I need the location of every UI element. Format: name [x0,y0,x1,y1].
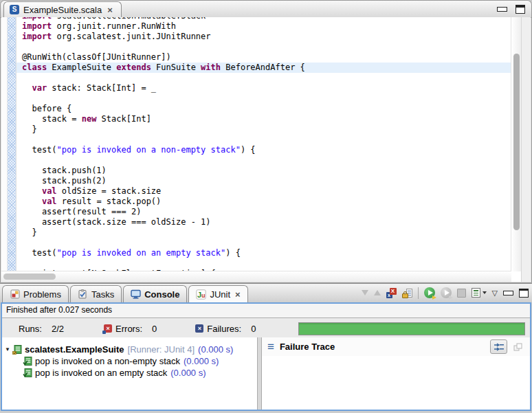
filter-stack-trace-button[interactable] [490,339,507,354]
code-token [22,186,42,196]
code-line[interactable]: test("pop is invoked on an empty stack")… [16,248,511,258]
view-menu-button[interactable]: ▽ [492,289,498,297]
code-line[interactable]: import org.junit.runner.RunWith [16,21,511,32]
code-token: BeforeAndAfter { [221,63,305,72]
horizontal-scrollbar[interactable] [1,271,511,282]
editor-minimize-button[interactable] [497,7,507,12]
failure-trace-pane: ≡ Failure Trace [262,337,530,410]
junit-icon: Ju [196,289,206,300]
code-line[interactable] [16,93,511,104]
code-line[interactable] [16,258,511,269]
view-tab-problems[interactable]: Problems [2,285,69,302]
view-tab-junit[interactable]: JuJUnit× [188,285,247,302]
test-run-history-button[interactable] [472,288,487,298]
editor-body: import scala.collection.mutable.Stackimp… [1,17,531,282]
code-line[interactable]: assert(result === 2) [16,207,511,217]
panel-minimize-button[interactable] [503,291,513,295]
previous-failed-test-icon[interactable] [374,290,381,295]
code-line[interactable]: stack.push(2) [16,176,511,186]
code-line[interactable]: assert(stack.size === oldSize - 1) [16,217,511,227]
code-line[interactable] [16,135,511,145]
code-token: FunSuite [151,63,201,72]
failures-icon: × [195,324,203,333]
keyword-token: class [22,63,47,72]
next-failed-test-icon[interactable] [362,290,368,295]
code-token: org.scalatest.junit.JUnitRunner [52,32,210,41]
eclipse-window: { "editor": { "tab_title": "ExampleSuite… [0,0,532,413]
failure-trace-title: Failure Trace [280,342,335,352]
rerun-test-button[interactable] [424,287,435,298]
scroll-lock-toggle[interactable] [402,288,412,298]
code-token: } [22,124,37,134]
code-token: assert(result === 2) [22,207,141,216]
tree-row-test[interactable]: pop is invoked on a non-empty stack(0.00… [2,355,257,367]
horizontal-scrollbar-thumb[interactable] [3,274,56,280]
code-line[interactable] [16,42,511,52]
code-editor[interactable]: import scala.collection.mutable.Stackimp… [16,17,511,271]
code-line[interactable]: class ExampleSuite extends FunSuite with… [16,63,511,73]
code-line[interactable]: import org.scalatest.junit.JUnitRunner [16,32,511,42]
hamburger-icon: ≡ [267,341,274,353]
disclosure-triangle-icon[interactable]: ▼ [5,346,12,353]
status-line: Finished after 0.027 seconds [2,304,530,318]
failure-trace-body[interactable] [262,356,530,410]
runs-label: Runs: [19,324,42,334]
failures-label: Failures: [207,324,241,334]
code-line[interactable]: before { [16,104,511,114]
code-line[interactable]: val result = stack.pop() [16,197,511,207]
quickdiff-ruler[interactable] [8,17,16,271]
view-tab-console[interactable]: Console [123,285,187,302]
code-line[interactable] [16,73,511,83]
annotation-ruler[interactable] [1,17,8,271]
code-token: @RunWith(classOf[JUnitRunner]) [22,52,171,62]
keyword-token: import [22,21,52,31]
history-dropdown-icon [483,291,487,294]
progress-bar [298,322,525,335]
vertical-scrollbar[interactable] [511,17,522,271]
junit-tab-close-icon[interactable]: × [235,290,241,299]
code-token: stack = [22,114,82,124]
editor-tab-examplesuite[interactable]: S ExampleSuite.scala × [3,1,122,17]
view-tab-label: Tasks [91,289,114,300]
editor-area: S ExampleSuite.scala × import scala.coll… [0,0,532,283]
test-time: (0.000 s) [170,368,206,378]
code-line[interactable] [16,238,511,248]
vertical-scrollbar-thumb[interactable] [513,54,520,230]
tree-row-suite[interactable]: ▼scalatest.ExampleSuite[Runner: JUnit 4]… [2,344,257,355]
show-failures-only-toggle[interactable]: x X [386,288,397,298]
panel-maximize-button[interactable] [519,289,529,298]
compare-result-button [509,339,527,354]
code-token: } [22,227,37,237]
code-line[interactable]: stack = new Stack[Int] [16,114,511,124]
code-line[interactable]: var stack: Stack[Int] = _ [16,83,511,93]
rerun-failed-arrow-icon [449,295,453,300]
failures-red-square-icon: X [390,288,397,295]
editor-tab-title: ExampleSuite.scala [23,5,102,15]
svg-text:u: u [201,291,206,298]
test-result-tree[interactable]: ▼scalatest.ExampleSuite[Runner: JUnit 4]… [2,337,258,410]
overview-ruler[interactable] [521,17,531,282]
errors-value: 0 [152,324,157,334]
code-token: scala.collection.mutable.Stack [52,17,206,21]
code-line[interactable] [16,155,511,166]
test-suite-ok-icon [12,344,23,355]
runs-value: 2/2 [52,324,64,334]
code-line[interactable]: test("pop is invoked on a non-empty stac… [16,145,511,155]
bottom-panel: ProblemsTasksConsoleJuJUnit× x X ▽ [0,283,532,413]
code-line[interactable]: stack.push(1) [16,166,511,176]
string-token: "pop is invoked on a non-empty stack" [57,145,241,155]
keyword-token: val [42,186,57,196]
code-token: org.junit.runner.RunWith [52,21,176,31]
view-tab-tasks[interactable]: Tasks [70,285,122,302]
keyword-token: import [22,32,52,41]
failure-trace-header: ≡ Failure Trace [262,337,530,356]
code-line[interactable]: @RunWith(classOf[JUnitRunner]) [16,52,511,63]
code-line[interactable]: } [16,227,511,238]
tree-row-test[interactable]: pop is invoked on an empty stack(0.000 s… [2,367,257,379]
editor-tab-close-icon[interactable]: × [107,5,113,14]
filter-stack-trace-icon [494,343,504,351]
editor-maximize-button[interactable] [516,5,525,14]
test-time: (0.000 s) [184,356,219,366]
code-line[interactable]: } [16,124,511,135]
code-line[interactable]: val oldSize = stack.size [16,186,511,197]
